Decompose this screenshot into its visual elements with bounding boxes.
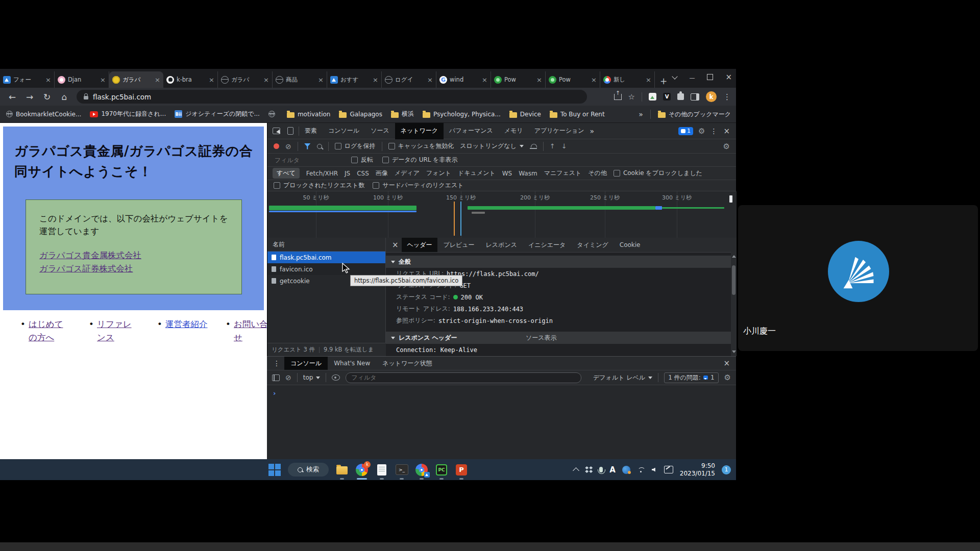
timeline-scroll-handle[interactable] bbox=[729, 195, 732, 203]
browser-tab-active[interactable]: ガラパ bbox=[109, 71, 163, 88]
side-panel-icon[interactable] bbox=[691, 93, 699, 101]
tab-search-chevron-icon[interactable] bbox=[672, 73, 678, 79]
bookmark-item[interactable]: BookmarkletCookie... bbox=[6, 111, 81, 118]
wifi-icon[interactable] bbox=[637, 467, 645, 472]
tab-response[interactable]: レスポンス bbox=[480, 238, 523, 252]
nav-link[interactable]: 運営者紹介 bbox=[165, 319, 208, 329]
extensions-puzzle-icon[interactable] bbox=[677, 93, 684, 100]
tab-close-icon[interactable] bbox=[263, 77, 269, 83]
tab-close-icon[interactable] bbox=[318, 77, 324, 83]
filter-icon[interactable] bbox=[304, 143, 311, 149]
other-bookmarks[interactable]: その他のブックマーク bbox=[658, 110, 731, 119]
request-row-selected[interactable]: flask.pc5bai.com bbox=[267, 252, 385, 263]
tab-close-icon[interactable] bbox=[209, 77, 214, 83]
general-section-header[interactable]: 全般 bbox=[386, 256, 737, 268]
reload-icon[interactable]: ↻ bbox=[42, 92, 52, 102]
browser-tab[interactable]: Pow bbox=[546, 71, 600, 88]
detail-close-icon[interactable] bbox=[392, 240, 399, 249]
filter-chip[interactable]: 画像 bbox=[376, 169, 388, 178]
terminal-button[interactable] bbox=[395, 463, 408, 477]
network-timeline[interactable]: 50 ミリ秒 100 ミリ秒 150 ミリ秒 200 ミリ秒 250 ミリ秒 3… bbox=[267, 191, 737, 238]
tab-memory[interactable]: メモリ bbox=[499, 123, 529, 139]
context-select[interactable]: top bbox=[303, 374, 321, 381]
tab-sources[interactable]: ソース bbox=[365, 123, 395, 139]
drawer-menu-icon[interactable] bbox=[273, 359, 280, 367]
bookmark-folder[interactable]: To Buy or Rent bbox=[550, 111, 605, 118]
start-button[interactable] bbox=[268, 463, 281, 477]
tab-close-icon[interactable] bbox=[155, 77, 160, 83]
filter-chip[interactable]: JS bbox=[345, 170, 350, 177]
scrollbar[interactable] bbox=[731, 252, 737, 356]
hide-data-urls-checkbox[interactable]: データの URL を非表示 bbox=[382, 156, 458, 164]
live-expression-icon[interactable] bbox=[332, 374, 340, 381]
scroll-down-icon[interactable] bbox=[732, 350, 736, 353]
tab-whats-new[interactable]: What's New bbox=[328, 357, 376, 370]
filter-chip[interactable]: Fetch/XHR bbox=[306, 170, 338, 177]
scroll-up-icon[interactable] bbox=[732, 255, 736, 258]
taskbar-search[interactable]: 検索 bbox=[288, 463, 329, 477]
browser-tab[interactable]: おすす bbox=[327, 71, 382, 88]
minimize-icon[interactable] bbox=[689, 73, 695, 81]
tab-performance[interactable]: パフォーマンス bbox=[444, 123, 499, 139]
tab-close-icon[interactable] bbox=[536, 77, 542, 83]
nav-link[interactable]: はじめての方へ bbox=[29, 319, 63, 342]
notification-badge[interactable]: 1 bbox=[722, 465, 731, 474]
response-headers-section[interactable]: レスポンス ヘッダー ソース表示 bbox=[386, 332, 737, 344]
microphone-icon[interactable] bbox=[599, 467, 603, 472]
ime-indicator[interactable]: A bbox=[609, 465, 616, 474]
tab-elements[interactable]: 要素 bbox=[299, 123, 323, 139]
bookmark-star-icon[interactable] bbox=[628, 92, 635, 102]
throttling-select[interactable]: スロットリングなし bbox=[460, 142, 524, 151]
bookmark-item[interactable]: ジオシティーズの閉鎖で... bbox=[175, 110, 260, 118]
record-icon[interactable] bbox=[274, 143, 279, 149]
tab-timing[interactable]: タイミング bbox=[571, 238, 614, 252]
taskbar-clock[interactable]: 9:50 2023/01/15 bbox=[680, 462, 715, 478]
tab-application[interactable]: アプリケーション bbox=[529, 123, 590, 139]
tab-close-icon[interactable] bbox=[373, 77, 378, 83]
assistant-icon[interactable] bbox=[622, 466, 630, 474]
invert-checkbox[interactable]: 反転 bbox=[351, 156, 373, 164]
filter-chip[interactable]: マニフェスト bbox=[544, 169, 582, 178]
tab-close-icon[interactable] bbox=[482, 77, 487, 83]
profile-avatar[interactable]: k bbox=[706, 91, 717, 102]
notepad-button[interactable] bbox=[375, 463, 388, 477]
tab-close-icon[interactable] bbox=[45, 77, 51, 83]
tab-network[interactable]: ネットワーク bbox=[395, 123, 444, 139]
bookmark-folder[interactable]: Galapagos bbox=[339, 111, 382, 118]
preserve-log-checkbox[interactable]: ログを保持 bbox=[335, 142, 376, 151]
filter-chip[interactable]: フォント bbox=[426, 169, 451, 178]
tab-network-conditions[interactable]: ネットワーク状態 bbox=[376, 357, 438, 370]
view-source-link[interactable]: ソース表示 bbox=[526, 334, 557, 342]
console-filter-input[interactable] bbox=[346, 372, 581, 383]
extension-image-icon[interactable] bbox=[649, 93, 656, 101]
console-settings-icon[interactable] bbox=[724, 373, 731, 382]
third-party-checkbox[interactable]: サードパーティのリクエスト bbox=[373, 181, 463, 190]
console-prompt-row[interactable] bbox=[267, 385, 736, 401]
clear-icon[interactable] bbox=[285, 142, 291, 151]
speaker-icon[interactable] bbox=[652, 468, 655, 472]
touch-keyboard-icon[interactable] bbox=[664, 466, 673, 473]
tab-cookies[interactable]: Cookie bbox=[614, 238, 646, 252]
browser-tab[interactable]: wind bbox=[436, 71, 491, 88]
forward-icon[interactable]: → bbox=[24, 92, 35, 102]
tab-close-icon[interactable] bbox=[427, 77, 433, 83]
tab-close-icon[interactable] bbox=[646, 77, 651, 83]
tab-headers[interactable]: ヘッダー bbox=[402, 238, 438, 252]
blocked-requests-checkbox[interactable]: ブロックされたリクエスト数 bbox=[274, 181, 364, 190]
filter-chip[interactable]: CSS bbox=[357, 170, 369, 177]
browser-tab[interactable]: ログイ bbox=[382, 71, 436, 88]
devtools-menu-icon[interactable] bbox=[710, 127, 717, 135]
browser-tab[interactable]: ガラパ bbox=[218, 71, 273, 88]
tab-close-icon[interactable] bbox=[591, 77, 597, 83]
participant-tile[interactable]: 小川慶一 bbox=[738, 205, 978, 351]
bookmark-folder[interactable]: motivation bbox=[287, 111, 331, 118]
bookmark-item[interactable] bbox=[268, 111, 278, 117]
devtools-close-icon[interactable] bbox=[723, 127, 730, 136]
new-tab-button[interactable] bbox=[657, 74, 670, 88]
browser-tab[interactable]: 商品 bbox=[273, 71, 327, 88]
network-conditions-icon[interactable] bbox=[530, 143, 537, 149]
filter-chip-all[interactable]: すべて bbox=[273, 168, 300, 179]
import-har-icon[interactable] bbox=[550, 142, 555, 150]
bookmark-folder[interactable]: Device bbox=[509, 111, 541, 118]
scrollbar-thumb[interactable] bbox=[732, 265, 736, 295]
